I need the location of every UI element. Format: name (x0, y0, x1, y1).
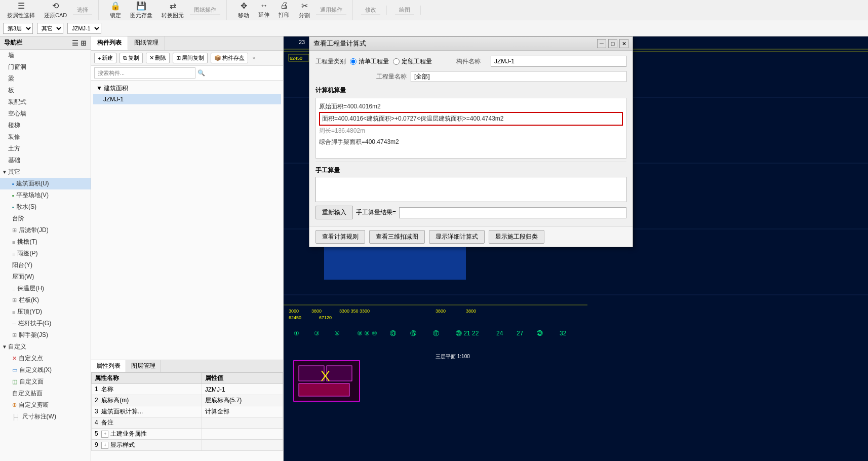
transform-btn[interactable]: ⇄ 转换图元 (159, 0, 187, 20)
sidebar-item-flat-ground[interactable]: ▪ 平整场地(V) (0, 189, 91, 201)
sidebar-item-arch-area[interactable]: ▪ 建筑面积(U) (0, 178, 91, 189)
sidebar-item-custom-paste[interactable]: 自定义贴面 (0, 388, 91, 399)
restore-cad-btn[interactable]: ⟲ 还原CAD (41, 0, 70, 20)
sidebar-item-custom-line[interactable]: ▭ 自定义线(X) (0, 364, 91, 376)
middle-panel: 构件列表 图纸管理 + 新建 ⧉ 复制 ✕ 删除 ⊞ 层间复制 📦 构件存盘 (91, 36, 284, 461)
sidebar-item-foundation[interactable]: 基础 (0, 155, 91, 166)
sidebar-item-wall[interactable]: 墙 (0, 50, 91, 61)
sidebar-item-eave[interactable]: ≡ 挑檐(T) (0, 236, 91, 248)
prop-row-3: 3 建筑面积计算... 计算全部 (92, 406, 283, 417)
attr-select-label: 按属性选择 (7, 12, 35, 19)
sidebar-grid-icon[interactable]: ⊞ (81, 39, 87, 47)
qty-name-input[interactable] (411, 71, 626, 82)
delete-btn[interactable]: ✕ 删除 (146, 53, 170, 63)
split-btn[interactable]: ✂ 分割 (296, 0, 313, 20)
save-figure-icon: 💾 (136, 1, 146, 11)
floor-copy-btn[interactable]: ⊞ 层间复制 (173, 53, 208, 63)
sidebar-item-stair[interactable]: 楼梯 (0, 120, 91, 131)
attr-select-btn[interactable]: ☰ 按属性选择 (4, 0, 38, 20)
sidebar-item-assembly[interactable]: 装配式 (0, 96, 91, 108)
radio-list[interactable]: 清单工程量 (350, 57, 389, 66)
manual-result-input[interactable] (399, 207, 626, 218)
dialog-minimize-btn[interactable]: ─ (597, 39, 606, 48)
insulation-icon: ≡ (12, 286, 15, 292)
sidebar-item-beam[interactable]: 梁 (0, 73, 91, 85)
sidebar-item-scaffold[interactable]: ⊞ 脚手架(JS) (0, 329, 91, 341)
sidebar-item-hollow[interactable]: 空心墙 (0, 108, 91, 120)
extend-btn[interactable]: ↔ 延伸 (255, 0, 272, 20)
show-phase-btn[interactable]: 显示施工段归类 (489, 230, 544, 244)
dialog-maximize-btn[interactable]: □ (608, 39, 617, 48)
print-btn[interactable]: 🖨 打印 (275, 0, 293, 20)
sidebar-item-balcony[interactable]: 阳台(Y) (0, 259, 91, 271)
floor-copy-label: 层间复制 (182, 54, 204, 62)
calc-line-4: 综合脚手架面积=400.4743m2 (319, 137, 623, 147)
radio-quota[interactable]: 定额工程量 (393, 57, 432, 66)
sidebar-item-slab[interactable]: 板 (0, 85, 91, 96)
view-3d-btn[interactable]: 查看三维扣减图 (369, 230, 425, 244)
tab-component-list[interactable]: 构件列表 (91, 36, 128, 50)
prop-cell-value-4[interactable] (202, 417, 283, 429)
sidebar-item-water[interactable]: ▪ 散水(S) (0, 201, 91, 213)
lock-btn[interactable]: 🔒 锁定 (107, 0, 124, 20)
custom-triangle-icon: ▼ (2, 344, 7, 350)
view-rules-btn[interactable]: 查看计算规则 (315, 230, 365, 244)
dialog-titlebar[interactable]: 查看工程量计算式 ─ □ ✕ (309, 37, 633, 51)
prop-cell-value-5 (202, 429, 283, 440)
type-select[interactable]: 其它 (37, 23, 63, 34)
sidebar-item-roof[interactable]: 屋面(W) (0, 271, 91, 283)
radio-list-input[interactable] (350, 58, 357, 65)
sidebar-item-dimension[interactable]: ├┤ 尺寸标注(W) (0, 411, 91, 422)
sidebar-item-handrail[interactable]: ─ 栏杆扶手(G) (0, 318, 91, 329)
search-input[interactable] (94, 67, 195, 79)
radio-quota-input[interactable] (393, 58, 400, 65)
store-btn[interactable]: 📦 构件存盘 (211, 53, 248, 63)
expand-btn-5[interactable]: + (101, 431, 108, 438)
prop-cell-name-3: 3 建筑面积计算... (92, 406, 202, 417)
prop-cell-name-4: 4 备注 (92, 417, 202, 429)
comp-name-input[interactable] (491, 56, 626, 67)
sidebar-item-cap[interactable]: ≡ 压顶(YD) (0, 306, 91, 318)
new-btn[interactable]: + 新建 (94, 53, 116, 63)
tab-attr-list[interactable]: 属性列表 (91, 360, 126, 372)
sidebar-item-canopy[interactable]: ≡ 雨篷(P) (0, 248, 91, 259)
expand-btn-9[interactable]: + (101, 442, 108, 449)
prop-cell-value-2[interactable]: 层底标高(5.7) (202, 395, 283, 406)
dialog-close-btn[interactable]: ✕ (619, 39, 628, 48)
sidebar-item-door-window[interactable]: 门窗洞 (0, 61, 91, 73)
copy-btn[interactable]: ⧉ 复制 (120, 53, 143, 63)
tab-layer-mgmt2[interactable]: 图层管理 (126, 360, 161, 372)
component-select[interactable]: JZMJ-1 (67, 23, 101, 34)
sidebar-item-custom-surface[interactable]: ◫ 自定义面 (0, 376, 91, 388)
move-icon: ✥ (241, 1, 247, 11)
store-label: 构件存盘 (222, 54, 245, 62)
sidebar-item-custom-point[interactable]: ✕ 自定义点 (0, 353, 91, 364)
sidebar-item-steps[interactable]: 台阶 (0, 213, 91, 224)
tree-category-arch-area[interactable]: ▼ 建筑面积 (93, 83, 281, 94)
sidebar-item-decoration[interactable]: 装修 (0, 131, 91, 143)
prop-cell-value-3[interactable]: 计算全部 (202, 406, 283, 417)
sidebar-item-custom[interactable]: ▼ 自定义 (0, 341, 91, 353)
custom-cut-icon: ⊕ (12, 402, 17, 408)
sidebar-item-fence[interactable]: ⊞ 栏板(K) (0, 294, 91, 306)
save-figure-btn[interactable]: 💾 图元存盘 (127, 0, 155, 20)
scaffold-icon: ⊞ (12, 332, 17, 338)
sidebar-item-earthwork[interactable]: 土方 (0, 143, 91, 155)
prop-row-2: 2 底标高(m) 层底标高(5.7) (92, 395, 283, 406)
floor-select[interactable]: 第3层 (3, 23, 33, 34)
tree-item-jzmj1[interactable]: JZMJ-1 (93, 94, 281, 104)
show-detail-btn[interactable]: 显示详细计算式 (429, 230, 485, 244)
svg-text:27: 27 (517, 330, 524, 337)
tab-layer-mgmt[interactable]: 图纸管理 (128, 36, 165, 50)
move-btn[interactable]: ✥ 移动 (235, 0, 252, 20)
sidebar-item-other[interactable]: ▼ 其它 (0, 166, 91, 178)
sidebar-item-post-pour[interactable]: ⊞ 后浇带(JD) (0, 224, 91, 236)
manual-input[interactable] (315, 177, 626, 202)
svg-text:3800: 3800 (466, 309, 476, 314)
sidebar-list-icon[interactable]: ☰ (72, 39, 78, 47)
cad-canvas: 23 25 26 28 29 30 31 33 34 62450 67120 ① (284, 36, 868, 461)
reenter-btn[interactable]: 重新输入 (315, 206, 353, 219)
sidebar-item-insulation[interactable]: ≡ 保温层(H) (0, 283, 91, 294)
prop-cell-value-1[interactable]: JZMJ-1 (202, 384, 283, 395)
sidebar-item-custom-cut[interactable]: ⊕ 自定义剪断 (0, 399, 91, 411)
